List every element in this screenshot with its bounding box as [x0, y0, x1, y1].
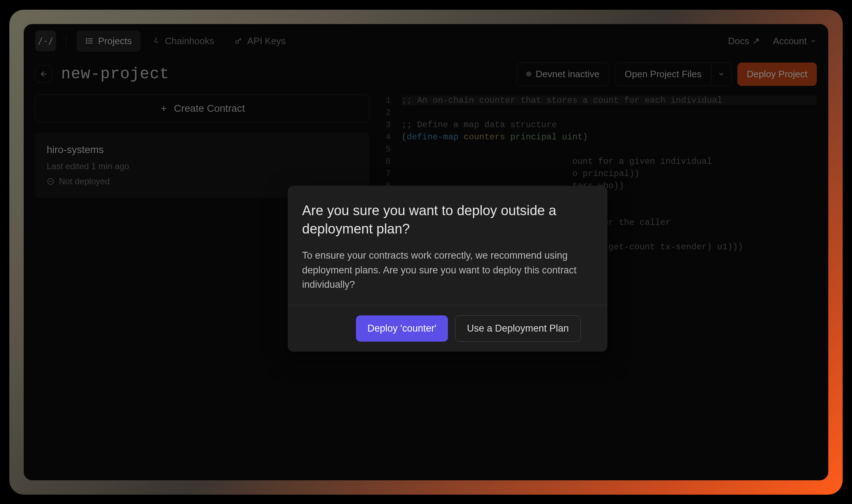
- app-window: /-/ Projects Chainhooks API Keys Doc: [24, 24, 828, 480]
- use-deployment-plan-button[interactable]: Use a Deployment Plan: [455, 315, 581, 342]
- deploy-confirm-modal: Are you sure you want to deploy outside …: [288, 186, 607, 352]
- modal-body-text: To ensure your contracts work correctly,…: [302, 248, 593, 292]
- modal-title: Are you sure you want to deploy outside …: [302, 202, 593, 239]
- deploy-counter-button[interactable]: Deploy 'counter': [356, 315, 448, 342]
